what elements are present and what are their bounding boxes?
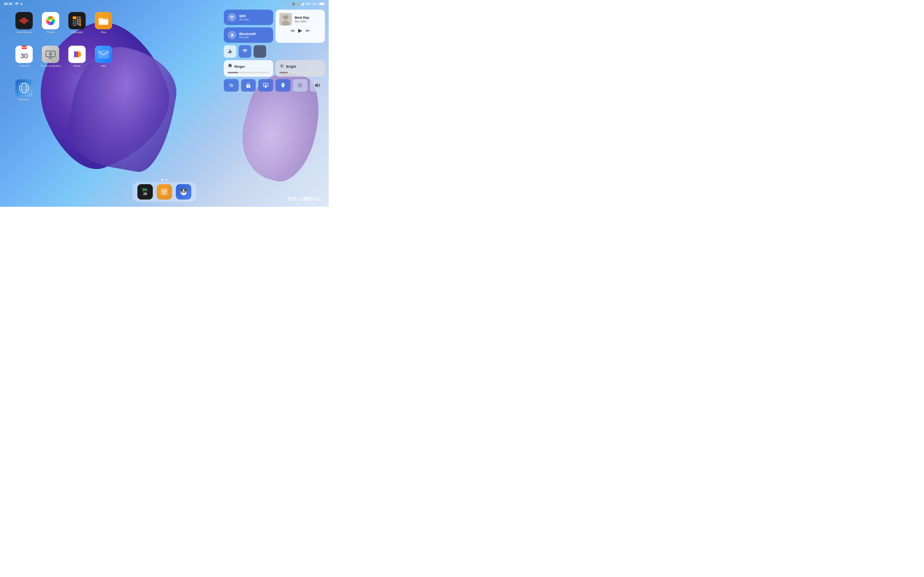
- svg-line-72: [280, 64, 281, 64]
- wallpaper: 09:30 🎧 🔒: [0, 0, 329, 207]
- svg-point-0: [16, 5, 17, 5]
- bright-header: Bright: [279, 63, 321, 69]
- cc-volume-button[interactable]: [310, 79, 325, 92]
- cc-wifi-card[interactable]: Wifi Air pods: [224, 10, 273, 25]
- app-photos[interactable]: Photos: [39, 12, 63, 43]
- cc-screencast-button[interactable]: [258, 79, 273, 92]
- mail-label: Mail: [101, 64, 106, 68]
- cc-ringer-card: Ringer: [224, 60, 273, 77]
- svg-rect-42: [99, 19, 108, 25]
- clock-seconds: 28: [143, 192, 147, 196]
- status-bar: 09:30 🎧 🔒: [0, 0, 329, 8]
- app-mail[interactable]: Mail: [91, 46, 115, 77]
- status-left-icons: [15, 2, 23, 5]
- svg-rect-29: [73, 20, 74, 22]
- svg-point-62: [283, 15, 288, 20]
- svg-point-96: [183, 193, 183, 193]
- calendar-icon: MON 30: [15, 46, 33, 63]
- svg-point-97: [184, 193, 184, 193]
- app-calculator[interactable]: Calculator: [65, 12, 89, 43]
- svg-point-94: [184, 191, 185, 192]
- cc-bt-text: Bluetooth Air pods: [239, 32, 256, 39]
- svg-rect-38: [77, 23, 79, 25]
- headphone-icon: 🎧: [292, 2, 295, 5]
- cc-location-button[interactable]: [276, 79, 291, 92]
- svg-rect-13: [26, 19, 27, 22]
- clock-time: 09:: [142, 188, 148, 192]
- dock-clock[interactable]: 09: 28: [137, 184, 153, 200]
- svg-rect-9: [21, 19, 22, 23]
- cc-wifi-text: Wifi Air pods: [239, 14, 249, 21]
- music-title: Best Day: [295, 16, 321, 19]
- svg-rect-30: [75, 20, 76, 22]
- media-label: Media: [73, 64, 81, 68]
- calendar-date: 30: [20, 49, 27, 63]
- music-play-button[interactable]: ▶: [298, 27, 302, 34]
- cc-music-card[interactable]: Best Day Mac Miller ⏮ ▶ ⏭: [276, 10, 325, 43]
- cc-moon-toggle[interactable]: [254, 45, 266, 58]
- vpn-label: VPN: [305, 3, 311, 5]
- bright-slider-track[interactable]: [279, 72, 321, 73]
- wifi-icon: [15, 2, 19, 5]
- svg-rect-10: [22, 18, 23, 23]
- dot-1[interactable]: [162, 179, 163, 181]
- dock-panda-app[interactable]: [176, 184, 191, 200]
- svg-marker-83: [315, 83, 318, 87]
- cc-airplane-toggle[interactable]: [224, 45, 236, 58]
- wifi-cc-icon: [228, 13, 236, 22]
- cc-link-button[interactable]: [224, 79, 239, 92]
- svg-rect-7: [320, 3, 324, 5]
- ringer-slider-track[interactable]: [228, 72, 269, 73]
- svg-rect-37: [75, 23, 76, 24]
- dot-2[interactable]: [165, 179, 167, 181]
- files-icon: [95, 12, 112, 29]
- screen-projection-icon: [42, 46, 59, 63]
- app-calendar[interactable]: MON 30 Calendar: [12, 46, 36, 77]
- svg-point-93: [182, 191, 183, 192]
- music-controls: ⏮ ▶ ⏭: [279, 27, 321, 34]
- svg-rect-11: [24, 17, 24, 24]
- svg-rect-1: [301, 4, 302, 5]
- svg-point-66: [244, 51, 246, 52]
- dock-notes[interactable]: [157, 184, 172, 200]
- app-browser[interactable]: Browser: [12, 79, 36, 111]
- bluetooth-status-icon: [20, 2, 23, 5]
- music-prev-button[interactable]: ⏮: [291, 28, 295, 33]
- files-label: Files: [100, 31, 106, 34]
- browser-label: Browser: [19, 98, 29, 101]
- svg-marker-52: [78, 51, 81, 58]
- app-screen-projection[interactable]: Screen projection: [39, 46, 63, 77]
- cc-bt-title: Bluetooth: [239, 32, 256, 36]
- svg-rect-53: [98, 50, 109, 58]
- bright-slider-fill: [279, 72, 288, 73]
- app-media[interactable]: Media: [65, 46, 89, 77]
- app-voice-memos[interactable]: Voice Memos: [12, 12, 36, 43]
- media-icon: [68, 46, 86, 63]
- svg-rect-31: [77, 16, 81, 18]
- cc-settings-button[interactable]: [293, 79, 308, 92]
- music-info: Best Day Mac Miller: [295, 16, 321, 23]
- svg-rect-39: [79, 23, 81, 26]
- cc-hotspot-toggle[interactable]: [239, 45, 251, 58]
- svg-point-67: [281, 65, 283, 67]
- calculator-icon: [68, 12, 86, 29]
- svg-point-82: [299, 85, 301, 86]
- svg-rect-2: [302, 4, 302, 5]
- svg-rect-32: [77, 19, 79, 21]
- music-album-art: [279, 13, 292, 26]
- ringer-slider-fill: [228, 72, 238, 73]
- cc-lock-button[interactable]: [241, 79, 256, 92]
- cc-bluetooth-card[interactable]: Bluetooth Air pods: [224, 27, 273, 43]
- cc-bottom-row: [224, 79, 325, 92]
- page-dots: [162, 179, 167, 181]
- cc-bt-subtitle: Air pods: [239, 36, 256, 39]
- cc-toggle-row: [224, 45, 325, 58]
- bluetooth-cc-icon: [228, 31, 236, 39]
- ringer-icon: [228, 63, 233, 69]
- photos-label: Photos: [47, 31, 55, 34]
- battery-percent: 100%: [312, 3, 318, 5]
- music-next-button[interactable]: ⏭: [305, 28, 310, 33]
- svg-point-77: [248, 86, 249, 87]
- cc-wifi-subtitle: Air pods: [239, 18, 249, 21]
- app-files[interactable]: Files: [91, 12, 115, 43]
